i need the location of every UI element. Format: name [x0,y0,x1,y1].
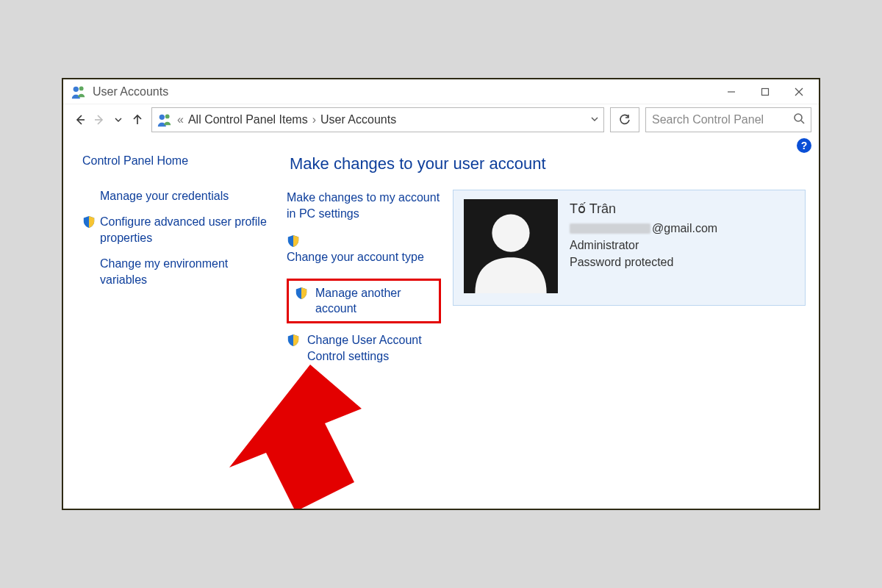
svg-line-12 [801,121,804,123]
email-domain: @gmail.com [652,220,717,237]
nav-row: « All Control Panel Items › User Account… [63,104,819,137]
user-avatar [464,199,558,293]
account-password-status: Password protected [570,254,717,270]
up-button[interactable] [129,112,146,128]
nav-arrows [72,112,146,128]
svg-point-11 [795,114,802,121]
sidebar-item-env-vars[interactable]: Change my environment variables [82,256,276,287]
shield-icon [287,334,301,347]
search-icon [793,112,805,127]
window-title: User Accounts [93,85,168,98]
close-button[interactable] [782,81,816,103]
address-bar[interactable]: « All Control Panel Items › User Account… [151,107,604,132]
sidebar-item-label: Manage your credentials [100,188,229,204]
account-email: @gmail.com [570,220,717,237]
email-local-blurred [570,223,650,234]
shield-icon [82,215,96,229]
sidebar-item-profile-properties[interactable]: Configure advanced user profile properti… [82,214,276,245]
current-account-panel: Tố Trân @gmail.com Administrator Passwor… [453,190,806,306]
breadcrumb-prefix: « [177,113,184,126]
svg-point-9 [159,115,165,120]
sidebar-item-label: Configure advanced user profile properti… [100,214,276,245]
control-panel-window: User Accounts [62,78,820,510]
address-dropdown[interactable] [590,115,599,126]
page-heading: Make changes to your user account [290,154,806,173]
account-info: Tố Trân @gmail.com Administrator Passwor… [570,199,717,271]
back-button[interactable] [72,112,88,128]
svg-point-1 [79,86,84,90]
breadcrumb-seg-1[interactable]: All Control Panel Items [188,113,308,126]
minimize-button[interactable] [714,81,748,103]
sidebar-item-credentials[interactable]: Manage your credentials [82,188,276,204]
sidebar: Control Panel Home Manage your credentia… [63,137,284,509]
action-list: Make changes to my account in PC setting… [287,190,441,377]
chevron-right-icon: › [312,113,316,126]
help-icon[interactable]: ? [797,138,811,153]
svg-point-0 [74,86,79,91]
account-name: Tố Trân [570,199,717,218]
maximize-button[interactable] [748,81,782,103]
shield-icon [295,287,309,300]
user-accounts-icon [71,84,87,100]
main-pane: ? Make changes to your user account Make… [284,137,819,509]
action-label: Change your account type [287,251,424,263]
titlebar: User Accounts [63,79,819,104]
account-role: Administrator [570,237,717,254]
action-label: Change User Account Control settings [307,332,441,364]
svg-point-14 [492,214,529,251]
search-input[interactable]: Search Control Panel [645,107,811,132]
action-label: Make changes to my account in PC setting… [287,190,441,221]
action-change-type[interactable]: Change your account type [287,234,441,265]
action-pc-settings[interactable]: Make changes to my account in PC setting… [287,190,441,221]
sidebar-item-label: Change my environment variables [100,256,276,287]
search-placeholder: Search Control Panel [652,113,787,126]
svg-rect-3 [762,88,769,95]
address-icon [157,112,173,128]
action-manage-another[interactable]: Manage another account [287,279,441,323]
recent-dropdown[interactable] [110,112,126,128]
svg-point-10 [165,114,170,118]
forward-button[interactable] [91,112,107,128]
refresh-button[interactable] [610,107,639,132]
action-label: Manage another account [315,285,433,317]
action-uac-settings[interactable]: Change User Account Control settings [287,332,441,364]
breadcrumb-seg-2[interactable]: User Accounts [320,113,396,126]
content-body: Control Panel Home Manage your credentia… [63,137,819,509]
shield-icon [287,234,301,248]
control-panel-home-link[interactable]: Control Panel Home [82,153,276,169]
